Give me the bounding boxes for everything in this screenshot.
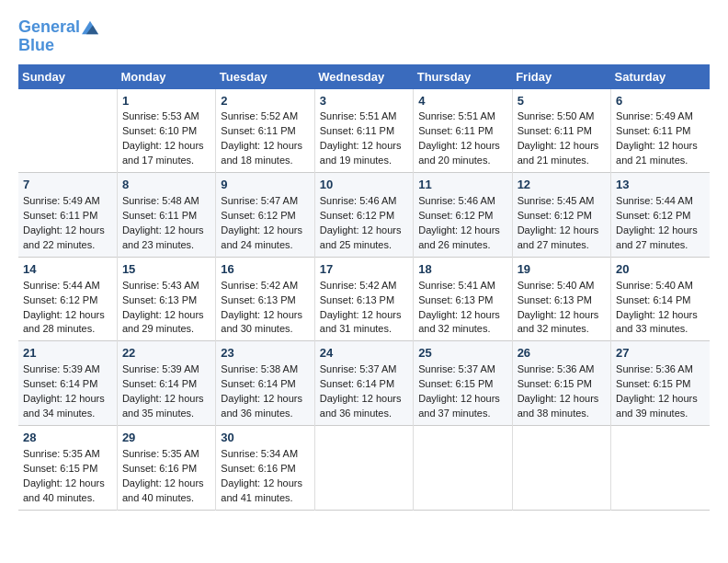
calendar-cell-2-4: 10Sunrise: 5:46 AMSunset: 6:12 PMDayligh… bbox=[314, 173, 413, 258]
calendar-cell-1-6: 5Sunrise: 5:50 AMSunset: 6:11 PMDaylight… bbox=[512, 89, 610, 173]
day-number: 11 bbox=[418, 177, 506, 194]
calendar-cell-5-2: 29Sunrise: 5:35 AMSunset: 6:16 PMDayligh… bbox=[117, 425, 215, 510]
sunset-text: Sunset: 6:13 PM bbox=[221, 294, 295, 305]
daylight-text: Daylight: 12 hours and 29 minutes. bbox=[122, 309, 204, 335]
weekday-header-row: SundayMondayTuesdayWednesdayThursdayFrid… bbox=[18, 64, 710, 89]
sunset-text: Sunset: 6:12 PM bbox=[518, 210, 592, 221]
daylight-text: Daylight: 12 hours and 18 minutes. bbox=[221, 140, 302, 166]
calendar-cell-4-7: 27Sunrise: 5:36 AMSunset: 6:15 PMDayligh… bbox=[611, 341, 710, 426]
daylight-text: Daylight: 12 hours and 31 minutes. bbox=[320, 309, 402, 335]
sunrise-text: Sunrise: 5:47 AM bbox=[221, 195, 298, 206]
sunrise-text: Sunrise: 5:37 AM bbox=[418, 363, 495, 374]
sunrise-text: Sunrise: 5:35 AM bbox=[23, 448, 100, 459]
week-row-3: 14Sunrise: 5:44 AMSunset: 6:12 PMDayligh… bbox=[18, 257, 710, 341]
sunset-text: Sunset: 6:13 PM bbox=[418, 294, 493, 305]
calendar-cell-3-6: 19Sunrise: 5:40 AMSunset: 6:13 PMDayligh… bbox=[512, 257, 610, 341]
sunset-text: Sunset: 6:11 PM bbox=[320, 125, 394, 136]
sunset-text: Sunset: 6:15 PM bbox=[616, 378, 690, 389]
sunset-text: Sunset: 6:14 PM bbox=[23, 378, 97, 389]
day-number: 22 bbox=[122, 345, 210, 362]
sunrise-text: Sunrise: 5:49 AM bbox=[23, 195, 100, 206]
sunset-text: Sunset: 6:14 PM bbox=[221, 378, 295, 389]
sunrise-text: Sunrise: 5:39 AM bbox=[122, 363, 199, 374]
calendar-cell-4-6: 26Sunrise: 5:36 AMSunset: 6:15 PMDayligh… bbox=[512, 341, 610, 426]
calendar-cell-5-1: 28Sunrise: 5:35 AMSunset: 6:15 PMDayligh… bbox=[18, 425, 117, 510]
sunset-text: Sunset: 6:12 PM bbox=[221, 210, 295, 221]
day-number: 17 bbox=[320, 261, 408, 279]
sunset-text: Sunset: 6:11 PM bbox=[23, 210, 97, 221]
day-number: 7 bbox=[23, 177, 112, 194]
day-number: 8 bbox=[122, 177, 210, 194]
sunrise-text: Sunrise: 5:46 AM bbox=[320, 195, 397, 206]
week-row-1: 1Sunrise: 5:53 AMSunset: 6:10 PMDaylight… bbox=[18, 89, 710, 173]
daylight-text: Daylight: 12 hours and 30 minutes. bbox=[221, 309, 302, 335]
daylight-text: Daylight: 12 hours and 36 minutes. bbox=[320, 393, 402, 419]
logo: General Blue bbox=[18, 18, 98, 55]
sunset-text: Sunset: 6:12 PM bbox=[320, 210, 394, 221]
day-number: 24 bbox=[320, 345, 408, 362]
calendar-cell-3-1: 14Sunrise: 5:44 AMSunset: 6:12 PMDayligh… bbox=[18, 257, 117, 341]
day-number: 10 bbox=[320, 177, 408, 194]
day-number: 29 bbox=[122, 430, 210, 447]
weekday-header-monday: Monday bbox=[117, 64, 215, 89]
daylight-text: Daylight: 12 hours and 33 minutes. bbox=[616, 309, 698, 335]
sunset-text: Sunset: 6:16 PM bbox=[122, 463, 197, 474]
week-row-5: 28Sunrise: 5:35 AMSunset: 6:15 PMDayligh… bbox=[18, 425, 710, 510]
calendar-cell-5-6 bbox=[512, 425, 610, 510]
calendar-cell-2-1: 7Sunrise: 5:49 AMSunset: 6:11 PMDaylight… bbox=[18, 173, 117, 258]
daylight-text: Daylight: 12 hours and 21 minutes. bbox=[616, 140, 698, 166]
week-row-4: 21Sunrise: 5:39 AMSunset: 6:14 PMDayligh… bbox=[18, 341, 710, 426]
weekday-header-sunday: Sunday bbox=[18, 64, 117, 89]
day-number: 15 bbox=[122, 261, 210, 279]
sunrise-text: Sunrise: 5:51 AM bbox=[418, 110, 495, 121]
day-number: 16 bbox=[221, 261, 309, 279]
sunset-text: Sunset: 6:11 PM bbox=[518, 125, 592, 136]
calendar-cell-2-6: 12Sunrise: 5:45 AMSunset: 6:12 PMDayligh… bbox=[512, 173, 610, 258]
day-number: 2 bbox=[221, 93, 309, 110]
sunset-text: Sunset: 6:15 PM bbox=[418, 378, 493, 389]
calendar-cell-3-7: 20Sunrise: 5:40 AMSunset: 6:14 PMDayligh… bbox=[611, 257, 710, 341]
day-number: 9 bbox=[221, 177, 309, 194]
day-number: 18 bbox=[418, 261, 506, 279]
sunrise-text: Sunrise: 5:43 AM bbox=[122, 280, 199, 291]
calendar-cell-2-5: 11Sunrise: 5:46 AMSunset: 6:12 PMDayligh… bbox=[414, 173, 512, 258]
sunset-text: Sunset: 6:11 PM bbox=[616, 125, 690, 136]
calendar-cell-1-7: 6Sunrise: 5:49 AMSunset: 6:11 PMDaylight… bbox=[611, 89, 710, 173]
sunrise-text: Sunrise: 5:49 AM bbox=[616, 110, 693, 121]
daylight-text: Daylight: 12 hours and 17 minutes. bbox=[122, 140, 204, 166]
calendar-cell-4-5: 25Sunrise: 5:37 AMSunset: 6:15 PMDayligh… bbox=[414, 341, 512, 426]
sunrise-text: Sunrise: 5:40 AM bbox=[616, 280, 693, 291]
daylight-text: Daylight: 12 hours and 41 minutes. bbox=[221, 477, 302, 503]
day-number: 6 bbox=[616, 93, 705, 110]
calendar-cell-1-2: 1Sunrise: 5:53 AMSunset: 6:10 PMDaylight… bbox=[117, 89, 215, 173]
daylight-text: Daylight: 12 hours and 26 minutes. bbox=[418, 224, 500, 250]
daylight-text: Daylight: 12 hours and 38 minutes. bbox=[518, 393, 599, 419]
calendar-cell-3-3: 16Sunrise: 5:42 AMSunset: 6:13 PMDayligh… bbox=[216, 257, 314, 341]
calendar-cell-4-3: 23Sunrise: 5:38 AMSunset: 6:14 PMDayligh… bbox=[216, 341, 314, 426]
sunrise-text: Sunrise: 5:37 AM bbox=[320, 363, 397, 374]
sunrise-text: Sunrise: 5:46 AM bbox=[418, 195, 495, 206]
day-number: 1 bbox=[122, 93, 210, 110]
sunset-text: Sunset: 6:12 PM bbox=[23, 294, 97, 305]
sunrise-text: Sunrise: 5:34 AM bbox=[221, 448, 298, 459]
sunrise-text: Sunrise: 5:41 AM bbox=[418, 280, 495, 291]
weekday-header-wednesday: Wednesday bbox=[314, 64, 413, 89]
day-number: 27 bbox=[616, 345, 705, 362]
calendar-cell-4-2: 22Sunrise: 5:39 AMSunset: 6:14 PMDayligh… bbox=[117, 341, 215, 426]
calendar-cell-5-3: 30Sunrise: 5:34 AMSunset: 6:16 PMDayligh… bbox=[216, 425, 314, 510]
daylight-text: Daylight: 12 hours and 23 minutes. bbox=[122, 224, 204, 250]
daylight-text: Daylight: 12 hours and 32 minutes. bbox=[418, 309, 500, 335]
sunrise-text: Sunrise: 5:42 AM bbox=[320, 280, 397, 291]
day-number: 23 bbox=[221, 345, 309, 362]
day-number: 21 bbox=[23, 345, 112, 362]
calendar-cell-2-3: 9Sunrise: 5:47 AMSunset: 6:12 PMDaylight… bbox=[216, 173, 314, 258]
day-number: 4 bbox=[418, 93, 506, 110]
daylight-text: Daylight: 12 hours and 24 minutes. bbox=[221, 224, 302, 250]
sunrise-text: Sunrise: 5:38 AM bbox=[221, 363, 298, 374]
day-number: 25 bbox=[418, 345, 506, 362]
day-number: 14 bbox=[23, 261, 112, 279]
weekday-header-saturday: Saturday bbox=[611, 64, 710, 89]
calendar-cell-3-4: 17Sunrise: 5:42 AMSunset: 6:13 PMDayligh… bbox=[314, 257, 413, 341]
weekday-header-thursday: Thursday bbox=[414, 64, 512, 89]
daylight-text: Daylight: 12 hours and 37 minutes. bbox=[418, 393, 500, 419]
